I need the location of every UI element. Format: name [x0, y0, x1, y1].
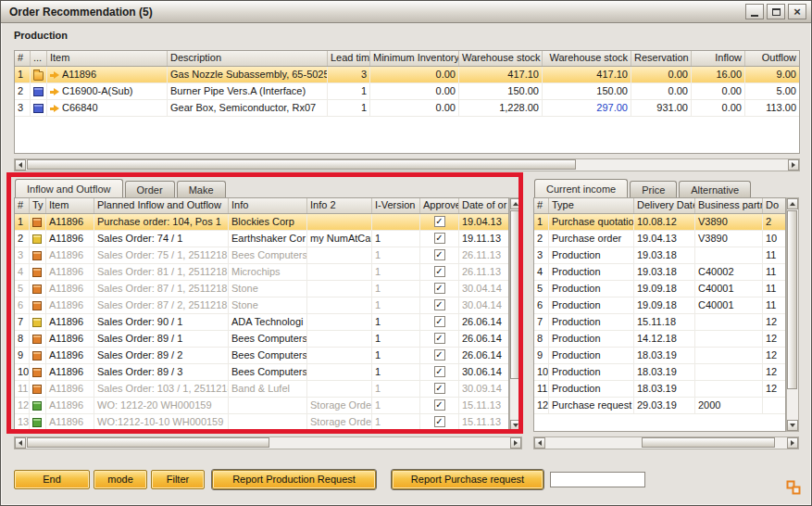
- current-income-row[interactable]: 1 Purchase quotation 10.08.12 V3890 2: [534, 214, 785, 231]
- item-cell: A11896: [46, 214, 94, 231]
- inflow-outflow-row[interactable]: 7 A11896 Sales Order: 90 / 1 ADA Technol…: [15, 314, 508, 331]
- report-production-request-button[interactable]: Report Production Request: [212, 470, 376, 489]
- scroll-right-button[interactable]: [510, 437, 521, 449]
- approved-checkbox[interactable]: ✓: [434, 316, 445, 327]
- tab-alternative[interactable]: Alternative: [679, 181, 751, 197]
- scroll-track[interactable]: [510, 209, 521, 420]
- current-income-row[interactable]: 9 Production 18.03.19 12: [534, 348, 785, 364]
- scroll-up-button[interactable]: [510, 198, 521, 209]
- approved-checkbox[interactable]: ✓: [434, 216, 445, 227]
- warehouse-stock-cell[interactable]: 150.00: [543, 83, 631, 100]
- warehouse-stock-cell[interactable]: 417.10: [543, 67, 631, 83]
- scroll-left-button[interactable]: [15, 159, 26, 171]
- inflow-outflow-row[interactable]: 2 A11896 Sales Order: 74 / 1 Earthshaker…: [15, 231, 508, 247]
- current-income-vertical-scrollbar[interactable]: [786, 197, 799, 432]
- scroll-track[interactable]: [545, 437, 787, 449]
- current-income-row[interactable]: 3 Production 19.03.18 11: [534, 247, 785, 264]
- column-header: #: [15, 51, 31, 66]
- maximize-button[interactable]: [767, 4, 785, 19]
- production-table-row[interactable]: 2 C16900-A(Sub) Burner Pipe Vers.A (Inte…: [15, 83, 799, 100]
- item-cell[interactable]: A11896: [47, 67, 168, 83]
- approved-checkbox[interactable]: ✓: [434, 383, 445, 394]
- scroll-left-button[interactable]: [15, 437, 26, 449]
- type-cell: Production: [549, 364, 634, 381]
- resize-grip-icon[interactable]: [786, 480, 801, 495]
- inflow-outflow-row[interactable]: 11 A11896 Sales Order: 103 / 1, 2511218 …: [15, 381, 508, 398]
- window-title: Order Recommendation (5): [9, 6, 743, 19]
- end-button[interactable]: End: [14, 470, 90, 489]
- scroll-down-button[interactable]: [510, 420, 521, 431]
- minimize-button[interactable]: [745, 4, 764, 19]
- scroll-thumb[interactable]: [642, 437, 775, 448]
- scroll-right-button[interactable]: [788, 159, 799, 171]
- scroll-up-button[interactable]: [787, 198, 798, 209]
- inflow-outflow-row[interactable]: 12 A11896 WO: 1212-20 WH000159 Storage O…: [15, 398, 508, 414]
- item-cell[interactable]: C66840: [47, 100, 168, 117]
- inflow-outflow-row[interactable]: 1 A11896 Purchase order: 104, Pos 1 Bloc…: [15, 214, 508, 231]
- inflow-outflow-row[interactable]: 4 A11896 Sales Order: 81 / 1, 2511218 Mi…: [15, 264, 508, 281]
- current-income-row[interactable]: 10 Production 18.03.19 12: [534, 364, 785, 381]
- approved-checkbox[interactable]: ✓: [434, 333, 445, 344]
- scroll-thumb[interactable]: [27, 159, 576, 170]
- current-income-row[interactable]: 11 Production 18.03.19 12: [534, 381, 785, 398]
- current-income-row[interactable]: 8 Production 14.12.18 12: [534, 331, 785, 348]
- scroll-thumb[interactable]: [510, 210, 520, 379]
- titlebar[interactable]: Order Recommendation (5) ×: [1, 1, 811, 23]
- current-income-row[interactable]: 2 Purchase order 19.04.13 V3890 10: [534, 231, 785, 247]
- scroll-track[interactable]: [787, 209, 798, 420]
- approved-checkbox[interactable]: ✓: [434, 349, 445, 361]
- production-table-row[interactable]: 3 C66840 Gear Box, Semiconductor, Rx07 1…: [15, 100, 799, 117]
- scroll-track[interactable]: [26, 159, 788, 171]
- approved-checkbox[interactable]: ✓: [434, 299, 445, 310]
- close-button[interactable]: ×: [788, 4, 806, 19]
- inflow-outflow-row[interactable]: 3 A11896 Sales Order: 75 / 1, 2511218 Be…: [15, 247, 508, 264]
- approved-checkbox[interactable]: ✓: [434, 233, 445, 244]
- report-purchase-request-button[interactable]: Report Purchase request: [392, 470, 543, 489]
- column-header: Description: [168, 51, 328, 66]
- current-income-row[interactable]: 4 Production 19.03.18 C40002 11: [534, 264, 785, 281]
- current-income-row[interactable]: 6 Production 19.09.18 C40001 11: [534, 297, 785, 314]
- inflow-outflow-row[interactable]: 8 A11896 Sales Order: 89 / 1 Bees Comput…: [15, 331, 508, 348]
- link-arrow-icon[interactable]: [50, 105, 59, 112]
- current-income-row[interactable]: 7 Production 15.11.18 12: [534, 314, 785, 331]
- inflow-outflow-row[interactable]: 5 A11896 Sales Order: 87 / 1, 2511218 St…: [15, 281, 508, 297]
- inflow-outflow-vertical-scrollbar[interactable]: [509, 197, 522, 432]
- scroll-down-button[interactable]: [787, 420, 798, 431]
- approved-checkbox[interactable]: ✓: [434, 416, 445, 427]
- inflow-outflow-row[interactable]: 9 A11896 Sales Order: 89 / 2 Bees Comput…: [15, 348, 508, 364]
- row-number-cell: 7: [534, 314, 549, 331]
- link-arrow-icon[interactable]: [50, 88, 59, 95]
- inflow-outflow-row[interactable]: 10 A11896 Sales Order: 89 / 3 Bees Compu…: [15, 364, 508, 381]
- approved-checkbox[interactable]: ✓: [434, 399, 445, 411]
- approved-checkbox[interactable]: ✓: [434, 266, 445, 277]
- approved-checkbox[interactable]: ✓: [434, 249, 445, 260]
- filter-button[interactable]: Filter: [151, 470, 205, 489]
- tab-make[interactable]: Make: [177, 181, 226, 197]
- scroll-thumb[interactable]: [27, 437, 269, 448]
- scroll-track[interactable]: [26, 437, 510, 449]
- production-table-row[interactable]: 1 A11896 Gas Nozzle Subassembly, 65-5025…: [15, 67, 799, 83]
- column-header: Do: [763, 198, 785, 213]
- inflow-outflow-row[interactable]: 13 A11896 WO:1212-10-10 WH000159 Storage…: [15, 414, 508, 431]
- link-arrow-icon[interactable]: [50, 71, 59, 79]
- tab-inflow-and-outflow[interactable]: Inflow and Outflow: [15, 179, 123, 197]
- current-income-row[interactable]: 5 Production 19.09.18 C40001 11: [534, 281, 785, 297]
- warehouse-stock-cell[interactable]: 297.00: [543, 100, 631, 117]
- inflow-outflow-row[interactable]: 6 A11896 Sales Order: 87 / 2, 2511218 St…: [15, 297, 508, 314]
- tab-price[interactable]: Price: [630, 181, 677, 197]
- item-cell[interactable]: C16900-A(Sub): [47, 83, 168, 100]
- tab-current-income[interactable]: Current income: [534, 179, 628, 197]
- current-income-row[interactable]: 12 Purchase request 29.03.19 2000: [534, 398, 785, 414]
- production-horizontal-scrollbar[interactable]: [14, 158, 800, 171]
- inflow-outflow-horizontal-scrollbar[interactable]: [14, 436, 522, 449]
- scroll-right-button[interactable]: [787, 437, 798, 449]
- footer-text-input[interactable]: [550, 472, 645, 487]
- iversion-cell: 1: [372, 348, 420, 364]
- scroll-thumb[interactable]: [787, 210, 797, 389]
- mode-button[interactable]: mode: [94, 470, 147, 489]
- tab-order[interactable]: Order: [125, 181, 175, 197]
- approved-checkbox[interactable]: ✓: [434, 366, 445, 377]
- approved-checkbox[interactable]: ✓: [434, 283, 445, 294]
- current-income-horizontal-scrollbar[interactable]: [533, 436, 799, 449]
- scroll-left-button[interactable]: [534, 437, 545, 449]
